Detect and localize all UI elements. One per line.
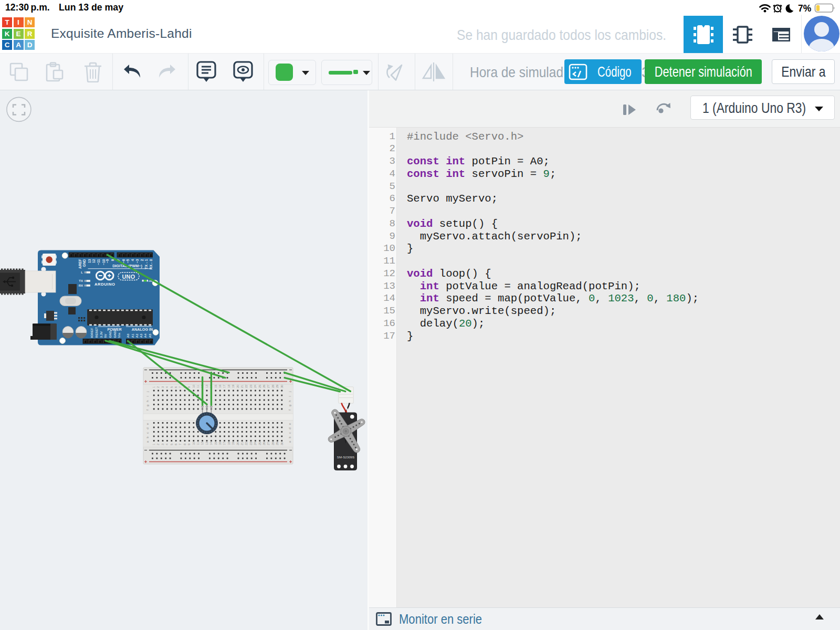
svg-text:~10: ~10 [102,259,106,265]
svg-text:26: 26 [262,385,266,388]
svg-text:SM-S2309S: SM-S2309S [337,455,354,459]
svg-text:4: 4 [165,386,169,388]
svg-text:6: 6 [174,386,177,388]
svg-text:1: 1 [152,386,155,388]
svg-text:27: 27 [267,385,270,388]
svg-text:~3: ~3 [135,259,139,263]
svg-text:h: h [288,400,291,402]
svg-text:g: g [288,405,291,406]
svg-text:29: 29 [276,385,279,388]
svg-text:30: 30 [280,385,284,388]
svg-text:19: 19 [232,442,235,445]
svg-text:g: g [146,405,149,406]
svg-text:28: 28 [271,385,275,388]
svg-text:POWER: POWER [107,327,122,332]
svg-text:ANALOG IN: ANALOG IN [132,327,153,332]
svg-text:c: c [288,432,291,434]
svg-text:13: 13 [205,442,208,445]
svg-text:7: 7 [178,386,182,388]
svg-text:j: j [288,391,291,392]
svg-text:29: 29 [276,442,279,445]
svg-text:15: 15 [214,442,217,445]
svg-text:UNO: UNO [122,274,135,280]
svg-text:14: 14 [209,442,213,445]
svg-text:25: 25 [258,385,261,388]
svg-text:i: i [288,396,291,396]
svg-text:27: 27 [267,442,270,445]
svg-text:c: c [146,432,149,434]
svg-text:A0: A0 [126,333,130,338]
svg-text:11: 11 [196,442,200,445]
svg-text:22: 22 [245,385,248,388]
svg-text:~9: ~9 [106,259,109,263]
svg-text:30: 30 [280,442,284,445]
svg-text:TX: TX [79,279,83,282]
svg-text:i: i [146,396,149,396]
svg-text:~11: ~11 [97,259,100,265]
svg-text:2: 2 [140,259,144,261]
svg-text:20: 20 [236,385,239,388]
svg-text:10: 10 [192,442,195,445]
svg-text:2: 2 [156,444,160,445]
svg-text:3: 3 [161,386,164,388]
svg-text:ARDUINO: ARDUINO [94,282,116,287]
svg-text:A2: A2 [135,333,139,338]
svg-text:4: 4 [165,444,169,445]
svg-text:A3: A3 [139,333,143,338]
svg-text:23: 23 [249,442,253,445]
svg-text:10: 10 [192,385,195,388]
svg-text:RESET: RESET [94,327,98,338]
svg-text:19: 19 [232,385,235,388]
svg-text:TX→1: TX→1 [144,259,148,269]
svg-text:22: 22 [245,442,248,445]
svg-text:5: 5 [170,386,173,388]
svg-text:7: 7 [178,444,182,445]
svg-text:5: 5 [170,444,173,445]
svg-text:RX: RX [79,284,83,287]
svg-text:12: 12 [92,259,96,263]
svg-text:18: 18 [227,385,230,388]
svg-text:IOREF: IOREF [90,328,93,338]
svg-text:28: 28 [271,442,275,445]
svg-text:d: d [146,427,149,429]
svg-text:18: 18 [227,442,230,445]
svg-text:GND: GND [82,259,86,267]
svg-text:7%: 7% [798,3,812,14]
svg-text:9: 9 [187,386,191,388]
svg-text:3.3V: 3.3V [99,331,103,338]
svg-text:A1: A1 [131,333,134,338]
svg-text:13: 13 [88,259,91,263]
svg-text:h: h [146,400,149,402]
svg-text:2: 2 [156,386,160,388]
svg-text:1: 1 [152,444,155,445]
svg-text:12: 12 [201,442,204,445]
svg-text:16: 16 [218,442,222,445]
svg-text:6: 6 [174,444,177,445]
svg-text:17: 17 [223,442,226,445]
svg-text:11: 11 [196,385,200,388]
svg-text:25: 25 [258,442,261,445]
svg-text:21: 21 [240,385,244,388]
svg-text:24: 24 [254,385,257,388]
svg-text:17: 17 [223,385,226,388]
svg-text:A5: A5 [148,333,152,338]
svg-text:9: 9 [187,444,191,445]
svg-text:Vin: Vin [117,333,121,338]
svg-text:26: 26 [262,442,266,445]
svg-text:RX←0: RX←0 [149,259,153,269]
svg-text:j: j [146,391,149,392]
svg-text:~5: ~5 [126,259,130,263]
svg-text:24: 24 [254,442,257,445]
svg-text:d: d [288,427,291,429]
svg-text:4: 4 [131,259,134,261]
svg-text:3: 3 [161,444,164,445]
svg-text:L: L [81,271,83,274]
svg-text:16: 16 [218,385,222,388]
svg-text:A4: A4 [143,333,147,338]
svg-text:23: 23 [249,385,253,388]
svg-text:8: 8 [183,444,186,445]
svg-text:13: 13 [205,385,208,388]
svg-text:5V: 5V [103,333,107,338]
svg-text:21: 21 [240,442,244,445]
svg-text:20: 20 [236,442,239,445]
